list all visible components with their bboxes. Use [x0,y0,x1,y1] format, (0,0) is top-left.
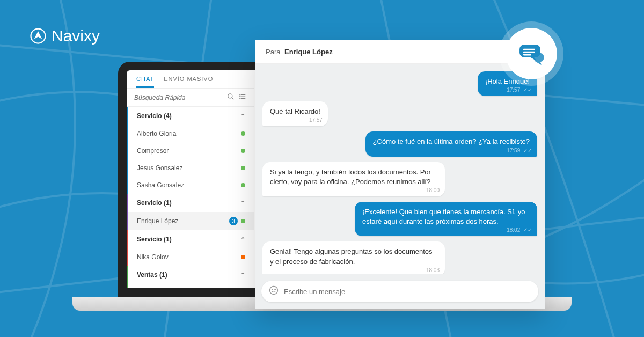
status-dot [241,131,245,136]
contact-name: Sasha Gonsalez [137,181,184,189]
chevron-up-icon: ⌃ [240,272,245,279]
message-row: Si ya la tengo, y también todos los docu… [262,162,537,196]
read-checks-icon: ✓✓ [523,87,532,93]
svg-point-10 [240,96,240,97]
unread-badge: 3 [229,217,238,225]
chevron-up-icon: ⌃ [240,200,245,207]
read-checks-icon: ✓✓ [523,227,532,233]
message-text: Si ya la tengo, y también todos los docu… [270,168,431,186]
tab-broadcast[interactable]: ENVÍO MASIVO [164,76,213,88]
list-view-icon[interactable] [239,93,246,102]
read-checks-icon: ✓✓ [523,148,532,153]
message-row: ¿Cómo te fué en la última orden? ¿Ya la … [262,131,537,156]
contact-row[interactable]: Fernando Golden [127,284,254,297]
chat-body: ¡Hola Enrique!17:57 ✓✓Qué tal Ricardo!17… [255,64,545,274]
search-row [127,89,254,107]
message-text: ¡Excelente! Que bien que tienes la merca… [362,208,525,225]
contact-name: Compresor [137,147,169,155]
message-outgoing: ¿Cómo te fué en la última orden? ¿Ya la … [365,131,537,156]
group-title: Servicio (1) [137,236,172,243]
message-outgoing: ¡Excelente! Que bien que tienes la merca… [355,202,537,236]
status-dot [241,255,245,259]
message-time: 18:00 [426,187,440,194]
chevron-up-icon: ⌃ [240,113,245,120]
status-dot [241,219,245,223]
brand-name: Navixy [52,27,100,45]
contact-row[interactable]: Alberto Gloria [127,125,254,142]
message-time: 17:57 [309,116,323,124]
group-header[interactable]: Servicio (4)⌃ [127,107,254,125]
status-dot [241,166,245,170]
compose-box[interactable] [261,281,538,302]
group-header[interactable]: Ventas (1)⌃ [127,266,254,284]
contact-name: Alberto Gloria [137,130,176,137]
tab-chat[interactable]: CHAT [136,76,154,88]
chat-header-name: Enrique López [284,48,333,56]
compose-input[interactable] [284,288,531,296]
contact-name: Jesus Gonsalez [137,164,182,172]
message-row: Genial! Tengo algunas preguntas so los d… [262,241,537,274]
svg-point-11 [240,98,240,99]
contact-row[interactable]: Sasha Gonsalez [127,177,254,194]
compose-area [255,274,545,309]
svg-rect-1 [523,49,535,50]
chat-bubbles-icon [517,39,546,68]
message-row: Qué tal Ricardo!17:57 [262,101,537,126]
chat-feature-badge [499,21,564,86]
search-input[interactable] [134,94,223,101]
message-text: Qué tal Ricardo! [270,107,320,115]
chat-header-label: Para [266,48,280,56]
svg-line-5 [232,98,234,100]
contact-row[interactable]: Jesus Gonsalez [127,159,254,177]
chevron-up-icon: ⌃ [240,236,245,243]
status-dot [241,290,245,295]
sidebar: CHAT ENVÍO MASIVO Servicio (4)⌃Alberto G… [127,70,254,288]
message-time: 17:57 ✓✓ [507,86,532,94]
group-header[interactable]: Servicio (1)⌃ [127,230,254,248]
status-dot [241,149,245,153]
group-title: Ventas (1) [137,271,167,279]
message-time: 18:03 [426,267,440,274]
search-icon[interactable] [227,93,235,102]
message-text: Genial! Tengo algunas preguntas so los d… [270,247,433,265]
svg-rect-2 [523,52,535,53]
contact-row[interactable]: Compresor [127,142,254,159]
status-dot [241,183,245,187]
contact-name: Fernando Golden [137,289,187,296]
chat-window: Para Enrique López ¡Hola Enrique!17:57 ✓… [255,40,545,309]
group-title: Servicio (4) [137,112,172,120]
emoji-icon[interactable] [269,285,279,297]
group-header[interactable]: Servicio (1)⌃ [127,194,254,212]
svg-point-13 [272,289,273,290]
contact-row[interactable]: Enrique López3 [127,212,254,230]
svg-point-12 [270,287,278,295]
message-row: ¡Hola Enrique!17:57 ✓✓ [262,71,537,96]
brand-logo: Navixy [30,27,100,45]
svg-rect-3 [523,54,531,56]
message-incoming: Qué tal Ricardo!17:57 [262,101,328,126]
group-title: Servicio (1) [137,199,172,207]
message-time: 17:59 ✓✓ [507,147,532,155]
message-text: ¿Cómo te fué en la última orden? ¿Ya la … [373,137,530,145]
contact-row[interactable]: Nika Golov [127,248,254,266]
message-time: 18:02 ✓✓ [507,226,532,234]
sidebar-tabs: CHAT ENVÍO MASIVO [127,70,254,89]
svg-point-14 [275,289,276,290]
message-incoming: Si ya la tengo, y también todos los docu… [262,162,445,196]
svg-point-9 [240,94,240,95]
message-incoming: Genial! Tengo algunas preguntas so los d… [262,241,445,274]
svg-point-4 [228,94,232,98]
brand-icon [30,28,46,44]
contact-name: Enrique López [137,217,178,225]
contact-name: Nika Golov [137,253,169,261]
message-row: ¡Excelente! Que bien que tienes la merca… [262,202,537,236]
